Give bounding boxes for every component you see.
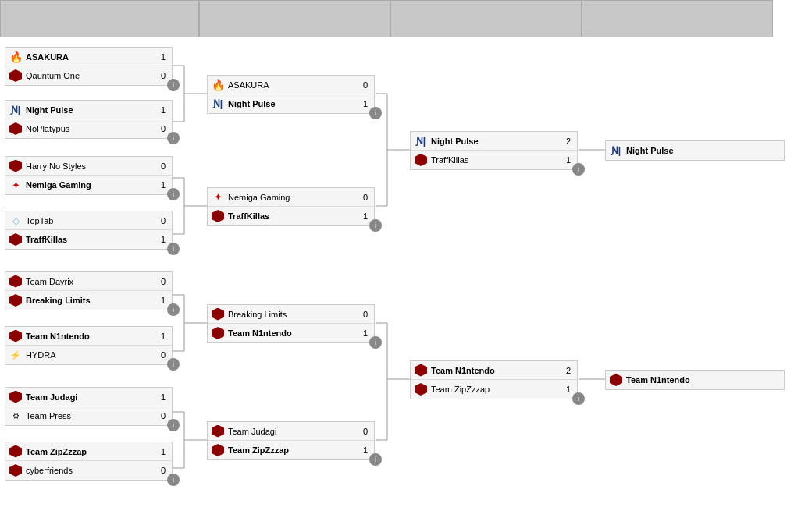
nightpulse-icon: Ɲ| [211,97,225,111]
info-button[interactable]: i [369,336,382,349]
qual-match-1: Ɲ| Night Pulse [605,140,785,161]
hydra-icon: ⚡ [9,348,23,362]
nemiga-icon: ✦ [211,190,225,204]
team-score: 0 [360,80,371,90]
team-row: Team Dayrix 0 [5,272,172,291]
team-score: 0 [360,427,371,436]
team-score: 1 [158,332,169,341]
team-row: ⚙ Team Press 0 i [5,406,172,425]
team-score: 1 [360,445,371,455]
team-row: Qauntum One 0 i [5,66,172,85]
team-row: 🔥 ASAKURA 0 [208,76,374,94]
r16-match-8: Team ZipZzzap 1 cyberfriends 0 i [5,442,173,481]
r16-match-7: Team Judagi 1 ⚙ Team Press 0 i [5,387,173,426]
team-name: Team N1ntendo [26,332,156,341]
team-name: Team ZipZzzap [431,385,561,394]
info-button[interactable]: i [572,163,585,176]
team-name: Night Pulse [26,105,156,115]
team-row: NoPlatypus 0 i [5,119,172,138]
dota-icon [9,122,23,136]
team-name: Team Judagi [228,427,358,436]
info-button[interactable]: i [167,188,180,200]
team-score: 0 [158,124,169,133]
team-name: TraffKillas [228,211,358,221]
team-score: 0 [158,411,169,420]
team-name: Nemiga Gaming [228,193,358,202]
team-name: TraffKillas [431,155,561,165]
team-row: TraffKillas 1 i [5,230,172,249]
headers-row [0,0,812,37]
dota-icon [414,382,428,396]
team-name: Breaking Limits [228,310,358,319]
team-score: 0 [158,277,169,286]
dota-icon [9,445,23,459]
info-button[interactable]: i [167,474,180,486]
info-button[interactable]: i [572,392,585,405]
team-name: Night Pulse [431,137,561,146]
nemiga-icon: ✦ [9,178,23,192]
team-row: Team N1ntendo 2 [411,361,577,380]
info-button[interactable]: i [167,303,180,316]
team-row: Team Judagi 0 [208,422,374,441]
fire-icon: 🔥 [211,78,225,92]
nightpulse-icon: Ɲ| [609,144,623,158]
team-row: Team N1ntendo 1 i [208,324,374,342]
info-button[interactable]: i [167,358,180,371]
team-score: 1 [360,211,371,221]
team-name: HYDRA [26,350,156,360]
sf-match-2: Team N1ntendo 2 Team ZipZzzap 1 i [410,360,578,399]
team-row: Ɲ| Night Pulse 1 i [208,94,374,113]
team-name: Harry No Styles [26,161,156,171]
team-row: ✦ Nemiga Gaming 0 [208,188,374,207]
team-row: cyberfriends 0 i [5,461,172,480]
team-row: Team N1ntendo 1 [5,327,172,346]
r16-match-5: Team Dayrix 0 Breaking Limits 1 i [5,271,173,310]
team-name: Team ZipZzzap [26,447,156,456]
team-row: 🔥 ASAKURA 1 [5,48,172,66]
header-sf [390,0,582,37]
bracket-body: 🔥 ASAKURA 1 Qauntum One 0 i Ɲ| Night Pul… [0,37,812,525]
team-score: 1 [563,385,574,394]
team-score: 1 [563,155,574,165]
dota-icon [9,463,23,477]
team-row: Team ZipZzzap 1 [5,442,172,461]
header-qual [582,0,773,37]
r16-match-2: Ɲ| Night Pulse 1 NoPlatypus 0 i [5,100,173,139]
qf-match-3: Breaking Limits 0 Team N1ntendo 1 i [207,304,375,343]
dota-icon [211,326,225,340]
team-name: Team N1ntendo [626,375,781,385]
team-name: Team N1ntendo [228,328,358,338]
info-button[interactable]: i [167,79,180,91]
dota-icon [9,275,23,289]
info-button[interactable]: i [167,132,180,144]
sf-match-1: Ɲ| Night Pulse 2 TraffKillas 1 i [410,131,578,170]
r16-match-4: ◇ TopTab 0 TraffKillas 1 i [5,211,173,250]
info-button[interactable]: i [167,243,180,255]
team-score: 1 [158,180,169,190]
team-name: Qauntum One [26,71,156,80]
team-row: Ɲ| Night Pulse 1 [5,101,172,119]
team-row: Team ZipZzzap 1 i [208,441,374,459]
team-name: NoPlatypus [26,124,156,133]
team-score: 1 [158,235,169,244]
dota-icon [414,153,428,167]
dota-icon [211,443,225,457]
team-name: ASAKURA [228,80,358,90]
team-score: 0 [158,216,169,225]
team-name: Nemiga Gaming [26,180,156,190]
header-r16 [0,0,199,37]
info-button[interactable]: i [167,419,180,431]
info-button[interactable]: i [369,219,382,232]
team-row: Breaking Limits 1 i [5,291,172,310]
toptab-icon: ◇ [9,214,23,228]
info-button[interactable]: i [369,453,382,466]
team-row: Ɲ| Night Pulse [606,141,784,160]
teampress-icon: ⚙ [9,409,23,423]
team-name: cyberfriends [26,466,156,475]
team-name: Night Pulse [228,99,358,108]
qf-match-4: Team Judagi 0 Team ZipZzzap 1 i [207,421,375,460]
info-button[interactable]: i [369,107,382,119]
r16-match-6: Team N1ntendo 1 ⚡ HYDRA 0 i [5,326,173,365]
qf-match-2: ✦ Nemiga Gaming 0 TraffKillas 1 i [207,187,375,226]
team-score: 1 [158,52,169,62]
